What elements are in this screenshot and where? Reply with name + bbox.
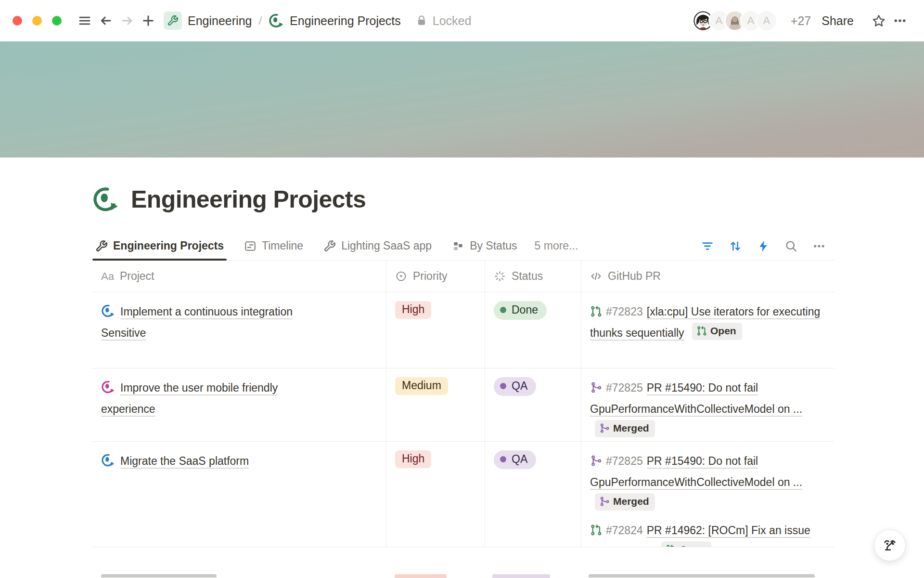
- pr-number: #72823: [606, 305, 643, 318]
- app-window: Engineering / Engineering Projects Locke…: [0, 0, 924, 578]
- pr-status-badge[interactable]: Merged: [595, 493, 655, 511]
- favorite-button[interactable]: [868, 10, 889, 31]
- priority-tag[interactable]: High: [395, 450, 431, 468]
- git-merge-icon: [590, 381, 602, 394]
- pr-number: #72824: [606, 524, 643, 537]
- page-options-button[interactable]: [889, 10, 911, 31]
- tab-label: Timeline: [262, 239, 303, 252]
- column-header-status[interactable]: Status: [485, 261, 581, 292]
- table-row: Implement a continuous integration Sensi…: [92, 292, 834, 368]
- pr-number: #72825: [606, 455, 643, 467]
- new-page-button[interactable]: [138, 10, 159, 31]
- back-button[interactable]: [95, 10, 116, 31]
- wrench-icon: [95, 240, 108, 252]
- status-label: Done: [512, 303, 538, 316]
- breadcrumb-separator: /: [258, 14, 262, 27]
- github-pr-item: #72824PR #14962: [ROCm] Fix an issue wit…: [590, 520, 828, 547]
- column-header-priority[interactable]: Priority: [386, 261, 485, 292]
- project-title-link[interactable]: Implement a continuous integration Sensi…: [101, 305, 293, 341]
- partial-next-row: [92, 574, 834, 578]
- page-title-icon[interactable]: [92, 186, 119, 213]
- search-button[interactable]: [781, 236, 802, 257]
- pr-status-badge[interactable]: Merged: [595, 420, 655, 437]
- project-page-icon: [101, 380, 115, 394]
- status-dot: [500, 456, 506, 462]
- status-label: QA: [512, 380, 527, 393]
- breadcrumb: Engineering / Engineering Projects: [164, 12, 401, 30]
- project-title-link[interactable]: Improve the user mobile friendly experie…: [101, 381, 278, 417]
- sort-icon: [729, 239, 742, 253]
- priority-tag[interactable]: Medium: [395, 377, 448, 395]
- tab-label: Engineering Projects: [113, 239, 224, 252]
- tab-label: By Status: [470, 239, 517, 252]
- breadcrumb-workspace[interactable]: Engineering: [188, 14, 252, 28]
- pull-request-icon: [590, 305, 602, 317]
- wrench-icon: [167, 15, 179, 26]
- pull-request-icon: [696, 326, 707, 336]
- locked-indicator[interactable]: Locked: [415, 14, 472, 28]
- sort-button[interactable]: [725, 236, 746, 257]
- avatar[interactable]: A: [756, 10, 777, 31]
- pr-number: #72825: [606, 381, 643, 394]
- status-burst-icon: [494, 270, 506, 282]
- sidebar-toggle-button[interactable]: [74, 10, 95, 31]
- project-title-link[interactable]: Migrate the SaaS platform: [120, 455, 249, 469]
- page-icon: [269, 13, 284, 28]
- close-window-button[interactable]: [13, 16, 22, 26]
- git-merge-icon: [599, 423, 610, 434]
- project-page-icon: [101, 303, 115, 317]
- code-icon: [590, 270, 602, 282]
- avatar-overflow-count[interactable]: +27: [791, 14, 811, 28]
- tab-timeline[interactable]: Timeline: [241, 232, 306, 260]
- status-tag[interactable]: QA: [494, 450, 536, 469]
- status-tag[interactable]: QA: [494, 377, 536, 396]
- view-options-button[interactable]: [808, 236, 830, 257]
- table-row: Improve the user mobile friendly experie…: [92, 368, 834, 442]
- tab-by-status[interactable]: By Status: [449, 232, 520, 260]
- notion-ai-button[interactable]: [874, 529, 906, 561]
- status-tag[interactable]: Done: [494, 301, 547, 320]
- pr-status-badge[interactable]: Open: [661, 541, 711, 547]
- pr-badge-label: Merged: [613, 421, 649, 435]
- more-views-button[interactable]: 5 more...: [535, 239, 578, 252]
- lightning-icon: [757, 239, 770, 253]
- locked-label: Locked: [433, 14, 472, 28]
- workspace-icon[interactable]: [164, 12, 182, 30]
- pr-status-badge[interactable]: Open: [692, 323, 742, 340]
- github-pr-item: #72825PR #15490: Do not fail GpuPerforma…: [590, 377, 828, 441]
- status-label: QA: [512, 453, 527, 466]
- forward-button[interactable]: [116, 10, 138, 31]
- breadcrumb-page[interactable]: Engineering Projects: [290, 14, 401, 28]
- column-header-github-pr[interactable]: GitHub PR: [581, 261, 834, 292]
- presence-avatars: A A A: [693, 10, 777, 31]
- ellipsis-icon: [893, 13, 907, 28]
- plus-icon: [141, 13, 155, 28]
- column-label: Project: [120, 270, 154, 283]
- top-bar: Engineering / Engineering Projects Locke…: [0, 0, 924, 41]
- view-tab-bar: Engineering Projects Timeline Lighting S…: [92, 232, 834, 261]
- zoom-window-button[interactable]: [52, 16, 62, 26]
- table-header-row: Aa Project Priority Status GitHub PR: [92, 261, 834, 292]
- tab-lighting-saas-app[interactable]: Lighting SaaS app: [321, 232, 435, 260]
- status-dot: [500, 307, 506, 313]
- status-dot: [500, 383, 506, 389]
- column-header-project[interactable]: Aa Project: [92, 261, 386, 292]
- automations-button[interactable]: [753, 236, 774, 257]
- arrow-left-icon: [99, 13, 113, 28]
- filter-button[interactable]: [697, 236, 718, 257]
- tab-engineering-projects[interactable]: Engineering Projects: [92, 232, 227, 260]
- ai-face-icon: [880, 536, 899, 555]
- priority-tag[interactable]: High: [395, 301, 431, 319]
- github-pr-item: #72825PR #15490: Do not fail GpuPerforma…: [590, 450, 828, 514]
- minimize-window-button[interactable]: [32, 16, 42, 26]
- search-icon: [784, 239, 798, 253]
- filter-icon: [701, 239, 714, 253]
- board-icon: [452, 240, 464, 252]
- arrow-right-icon: [120, 13, 134, 28]
- tab-label: Lighting SaaS app: [341, 239, 432, 252]
- share-button[interactable]: Share: [821, 14, 854, 28]
- pull-request-icon: [590, 524, 602, 536]
- column-label: Priority: [413, 270, 448, 283]
- column-label: GitHub PR: [608, 270, 661, 283]
- page-body: Engineering Projects Engineering Project…: [0, 158, 924, 547]
